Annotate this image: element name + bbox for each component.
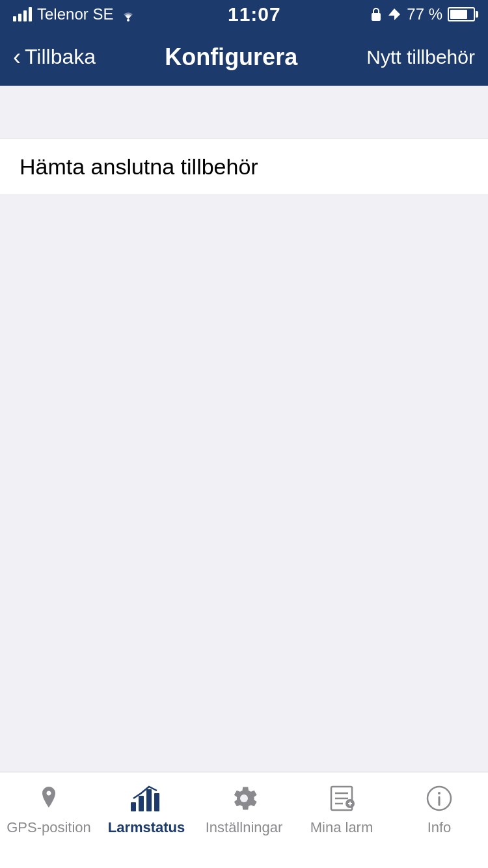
svg-rect-2: [131, 802, 136, 811]
main-content-area: [0, 195, 488, 761]
location-arrow-icon: [387, 7, 401, 21]
status-left: Telenor SE: [13, 5, 138, 23]
mina-larm-icon: [325, 781, 359, 815]
tab-installningar[interactable]: Inställningar: [195, 781, 293, 836]
svg-point-0: [127, 19, 129, 21]
battery-icon: [448, 7, 475, 21]
wifi-icon: [118, 7, 138, 21]
status-bar: Telenor SE 11:07 77 %: [0, 0, 488, 29]
larmstatus-icon: [129, 781, 163, 815]
svg-point-15: [438, 792, 441, 794]
nav-title: Konfigurera: [165, 44, 297, 71]
gps-position-icon: [32, 781, 66, 815]
svg-rect-5: [154, 793, 159, 811]
tab-gps-position[interactable]: GPS-position: [0, 781, 98, 836]
status-time: 11:07: [228, 3, 281, 25]
svg-rect-1: [372, 13, 381, 21]
svg-rect-4: [146, 789, 152, 811]
tab-installningar-label: Inställningar: [206, 819, 283, 836]
back-button[interactable]: ‹ Tillbaka: [13, 44, 96, 71]
new-accessory-button[interactable]: Nytt tillbehör: [366, 46, 475, 68]
installningar-icon: [227, 781, 261, 815]
info-icon: [422, 781, 456, 815]
tab-larmstatus[interactable]: Larmstatus: [98, 781, 195, 836]
back-chevron-icon: ‹: [13, 44, 21, 71]
content-area: Hämta anslutna tillbehör: [0, 86, 488, 761]
top-spacer: [0, 86, 488, 138]
tab-bar: GPS-position Larmstatus Inställningar: [0, 772, 488, 868]
fetch-accessories-item[interactable]: Hämta anslutna tillbehör: [0, 138, 488, 195]
status-right: 77 %: [370, 5, 475, 23]
fetch-accessories-label: Hämta anslutna tillbehör: [20, 154, 258, 180]
tab-gps-label: GPS-position: [7, 819, 91, 836]
svg-rect-3: [139, 796, 144, 811]
tab-info[interactable]: Info: [390, 781, 488, 836]
nav-bar: ‹ Tillbaka Konfigurera Nytt tillbehör: [0, 29, 488, 86]
tab-mina-larm-label: Mina larm: [310, 819, 373, 836]
back-label: Tillbaka: [25, 45, 96, 69]
tab-larmstatus-label: Larmstatus: [108, 819, 185, 836]
tab-info-label: Info: [427, 819, 452, 836]
lock-icon: [370, 7, 382, 22]
carrier-label: Telenor SE: [37, 5, 113, 23]
battery-percent: 77 %: [407, 5, 442, 23]
tab-mina-larm[interactable]: Mina larm: [293, 781, 390, 836]
signal-bars-icon: [13, 7, 32, 21]
